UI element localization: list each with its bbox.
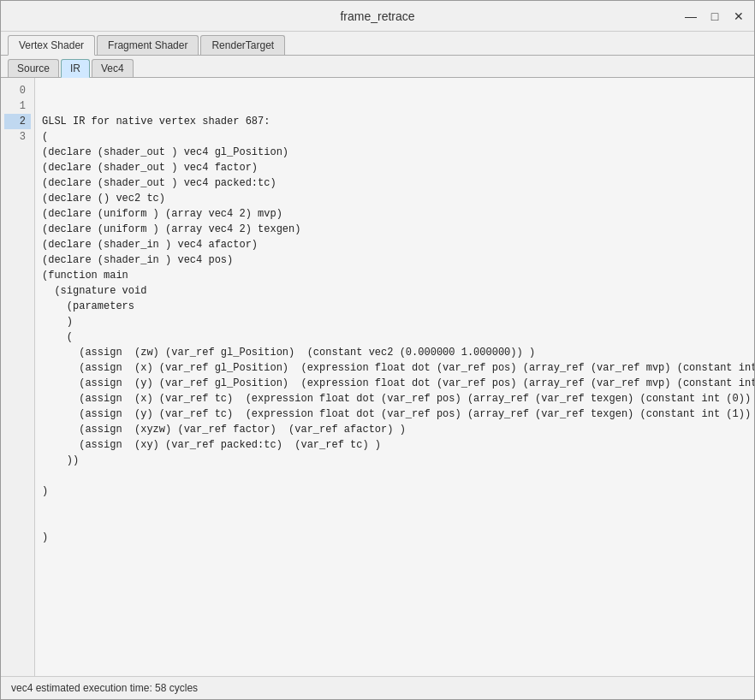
code-line: )	[42, 483, 747, 499]
line-number: 2	[4, 114, 31, 129]
titlebar: frame_retrace — □ ✕	[1, 1, 754, 32]
content-area: 0123 GLSL IR for native vertex shader 68…	[1, 78, 754, 676]
line-number: 0	[4, 83, 31, 98]
window-title: frame_retrace	[340, 9, 414, 23]
line-number: 1	[4, 98, 31, 114]
code-line: (function main	[42, 268, 747, 283]
code-line: (declare (uniform ) (array vec4 2) texge…	[42, 222, 747, 237]
main-tab-bar: Vertex Shader Fragment Shader RenderTarg…	[1, 32, 754, 56]
code-line: (assign (y) (var_ref tc) (expression flo…	[42, 406, 747, 422]
code-line: (declare (shader_in ) vec4 afactor)	[42, 237, 747, 252]
sub-tab-bar: Source IR Vec4	[1, 56, 754, 78]
code-line: (assign (y) (var_ref gl_Position) (expre…	[42, 376, 747, 391]
tab-source[interactable]: Source	[8, 59, 59, 77]
code-line: (signature void	[42, 283, 747, 299]
code-line: (	[42, 129, 747, 145]
code-line: (assign (x) (var_ref gl_Position) (expre…	[42, 360, 747, 376]
tab-ir[interactable]: IR	[61, 59, 90, 78]
code-line: ))	[42, 453, 747, 468]
code-line: (declare (uniform ) (array vec4 2) mvp)	[42, 206, 747, 222]
code-line: (declare (shader_out ) vec4 packed:tc)	[42, 175, 747, 191]
code-line: (declare (shader_out ) vec4 gl_Position)	[42, 145, 747, 160]
code-line: (declare () vec2 tc)	[42, 191, 747, 206]
close-button[interactable]: ✕	[730, 8, 747, 25]
tab-fragment-shader[interactable]: Fragment Shader	[97, 35, 199, 55]
code-line: (assign (x) (var_ref tc) (expression flo…	[42, 391, 747, 406]
code-line: (assign (zw) (var_ref gl_Position) (cons…	[42, 345, 747, 360]
code-line: )	[42, 314, 747, 329]
code-line: (declare (shader_in ) vec4 pos)	[42, 252, 747, 268]
code-line: GLSL IR for native vertex shader 687:	[42, 114, 747, 129]
line-numbers: 0123	[1, 78, 35, 676]
code-line	[42, 514, 747, 530]
code-line: (parameters	[42, 299, 747, 314]
code-line: (assign (xy) (var_ref packed:tc) (var_re…	[42, 437, 747, 453]
footer-bar: vec4 estimated execution time: 58 cycles	[1, 676, 754, 699]
code-line: (	[42, 329, 747, 345]
execution-time-text: vec4 estimated execution time: 58 cycles	[11, 682, 198, 694]
code-line	[42, 499, 747, 514]
tab-vertex-shader[interactable]: Vertex Shader	[8, 35, 95, 56]
maximize-button[interactable]: □	[706, 8, 723, 25]
main-window: frame_retrace — □ ✕ Vertex Shader Fragme…	[0, 0, 755, 700]
code-line: (assign (xyzw) (var_ref factor) (var_ref…	[42, 422, 747, 437]
code-panel[interactable]: GLSL IR for native vertex shader 687:((d…	[35, 78, 754, 676]
line-number: 3	[4, 129, 31, 145]
tab-render-target[interactable]: RenderTarget	[200, 35, 285, 55]
code-line	[42, 468, 747, 483]
window-controls: — □ ✕	[682, 8, 747, 25]
minimize-button[interactable]: —	[682, 8, 699, 25]
tab-vec4[interactable]: Vec4	[92, 59, 134, 77]
code-line: )	[42, 530, 747, 545]
code-line: (declare (shader_out ) vec4 factor)	[42, 160, 747, 175]
